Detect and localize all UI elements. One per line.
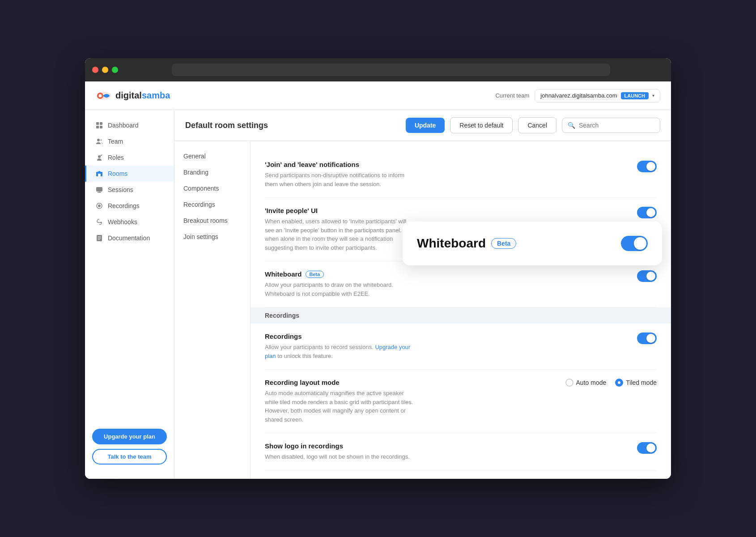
- url-bar[interactable]: [172, 64, 610, 76]
- sidebar-label-team: Team: [108, 138, 123, 145]
- sidebar-label-documentation: Documentation: [108, 234, 150, 242]
- sidebar-label-rooms: Rooms: [108, 170, 127, 177]
- floating-beta-badge: Beta: [491, 238, 516, 249]
- update-button[interactable]: Update: [406, 118, 445, 133]
- floating-toggle-thumb: [634, 237, 646, 250]
- setting-recordings-toggle: Recordings Allow your participants to re…: [265, 324, 657, 370]
- sidebar-item-webhooks[interactable]: Webhooks: [85, 214, 174, 230]
- page-toolbar: Default room settings Update Reset to de…: [174, 110, 671, 141]
- svg-rect-12: [96, 187, 102, 192]
- upgrade-plan-button[interactable]: Upgarde your plan: [92, 429, 167, 444]
- radio-label-auto: Auto mode: [576, 379, 607, 386]
- subnav-breakout-rooms[interactable]: Breakout rooms: [174, 213, 250, 229]
- subnav-components[interactable]: Components: [174, 180, 250, 196]
- minimize-button[interactable]: [102, 67, 108, 73]
- svg-point-2: [99, 94, 102, 97]
- header-right: Current team johnalvarez.digitalsamba.co…: [495, 89, 660, 102]
- setting-title-invite-ui: 'Invite people' UI: [265, 207, 626, 214]
- sidebar-item-dashboard[interactable]: Dashboard: [85, 117, 174, 133]
- team-selector[interactable]: johnalvarez.digitalsamba.com LAUNCH ▾: [535, 89, 660, 102]
- sidebar-label-webhooks: Webhooks: [108, 218, 137, 226]
- radio-circle-auto: [565, 379, 573, 387]
- toggle-recordings[interactable]: [637, 332, 657, 344]
- titlebar: [85, 58, 671, 81]
- toggle-whiteboard[interactable]: [637, 270, 657, 282]
- search-box[interactable]: 🔍: [562, 118, 660, 133]
- subnav-join-settings[interactable]: Join settings: [174, 229, 250, 245]
- documentation-icon: [95, 234, 103, 242]
- svg-rect-5: [96, 126, 99, 128]
- setting-title-show-logo: Show logo in recordings: [265, 442, 626, 450]
- subnav-branding[interactable]: Branding: [174, 164, 250, 180]
- setting-info-whiteboard: Whiteboard Beta Allow your participants …: [265, 270, 626, 298]
- toggle-thumb-show-logo: [646, 443, 655, 452]
- search-input[interactable]: [579, 122, 654, 129]
- subnav-recordings[interactable]: Recordings: [174, 196, 250, 213]
- toggle-thumb-join-leave: [646, 162, 655, 171]
- toggle-show-logo[interactable]: [637, 442, 657, 454]
- sidebar-bottom: Upgarde your plan Talk to the team: [85, 422, 174, 472]
- setting-whiteboard: Whiteboard Beta Allow your participants …: [265, 261, 657, 307]
- svg-rect-4: [100, 122, 102, 125]
- setting-info-recording-layout: Recording layout mode Auto mode automati…: [265, 379, 555, 424]
- floating-card-title: Whiteboard Beta: [417, 236, 516, 251]
- sidebar-item-sessions[interactable]: Sessions: [85, 182, 174, 198]
- app-window: digitalsamba Current team johnalvarez.di…: [85, 58, 671, 479]
- content-area: Default room settings Update Reset to de…: [174, 110, 671, 479]
- radio-label-tiled: Tiled mode: [626, 379, 657, 386]
- settings-panel: 'Join' and 'leave' notifications Send pa…: [251, 141, 671, 479]
- svg-point-8: [100, 139, 102, 141]
- webhooks-icon: [95, 218, 103, 226]
- recordings-section-header: Recordings: [251, 307, 671, 324]
- sidebar-label-recordings: Recordings: [108, 202, 140, 209]
- setting-title-whiteboard: Whiteboard Beta: [265, 270, 626, 278]
- setting-recording-layout: Recording layout mode Auto mode automati…: [265, 370, 657, 433]
- main-layout: Dashboard Team Roles: [85, 110, 671, 479]
- traffic-lights: [92, 67, 118, 73]
- logo-samba-part: samba: [142, 90, 170, 100]
- logo-icon: [96, 91, 112, 101]
- toggle-invite-ui[interactable]: [637, 207, 657, 218]
- toggle-thumb-recordings: [646, 334, 655, 343]
- subnav-general[interactable]: General: [174, 148, 250, 164]
- close-button[interactable]: [92, 67, 98, 73]
- sidebar-item-documentation[interactable]: Documentation: [85, 230, 174, 246]
- sidebar-item-team[interactable]: Team: [85, 133, 174, 149]
- sidebar-item-recordings[interactable]: Recordings: [85, 198, 174, 214]
- talk-to-team-button[interactable]: Talk to the team: [92, 449, 167, 465]
- setting-join-leave: 'Join' and 'leave' notifications Send pa…: [265, 152, 657, 198]
- setting-desc-recording-layout: Auto mode automatically magnifies the ac…: [265, 389, 417, 424]
- team-email: johnalvarez.digitalsamba.com: [540, 92, 617, 99]
- floating-toggle[interactable]: [621, 236, 648, 251]
- page-title: Default room settings: [185, 121, 268, 130]
- cancel-button[interactable]: Cancel: [518, 117, 556, 133]
- radio-tiled-mode[interactable]: Tiled mode: [615, 379, 657, 387]
- setting-info-show-logo: Show logo in recordings When disabled, l…: [265, 442, 626, 461]
- setting-desc-join-leave: Send participants non-disruptive notific…: [265, 171, 417, 188]
- sidebar: Dashboard Team Roles: [85, 110, 174, 479]
- reset-to-default-button[interactable]: Reset to default: [450, 117, 513, 133]
- chevron-down-icon: ▾: [652, 93, 654, 98]
- app-container: digitalsamba Current team johnalvarez.di…: [85, 81, 671, 479]
- maximize-button[interactable]: [112, 67, 118, 73]
- sidebar-label-dashboard: Dashboard: [108, 122, 139, 129]
- sidebar-item-roles[interactable]: Roles: [85, 149, 174, 166]
- svg-point-14: [98, 205, 101, 207]
- sidebar-label-sessions: Sessions: [108, 186, 133, 193]
- toggle-thumb-whiteboard: [646, 272, 655, 281]
- sidebar-label-roles: Roles: [108, 154, 124, 161]
- settings-subnav: General Branding Components Recordings B…: [174, 141, 251, 479]
- toggle-join-leave[interactable]: [637, 161, 657, 172]
- whiteboard-floating-card: Whiteboard Beta: [403, 222, 662, 265]
- team-icon: [95, 137, 103, 145]
- setting-info-join-leave: 'Join' and 'leave' notifications Send pa…: [265, 161, 626, 188]
- radio-circle-tiled: [615, 379, 623, 387]
- svg-rect-3: [96, 122, 99, 125]
- recordings-icon: [95, 202, 103, 210]
- sidebar-item-rooms[interactable]: Rooms: [85, 166, 174, 182]
- radio-auto-mode[interactable]: Auto mode: [565, 379, 607, 387]
- panels: General Branding Components Recordings B…: [174, 141, 671, 479]
- setting-title-join-leave: 'Join' and 'leave' notifications: [265, 161, 626, 168]
- setting-desc-whiteboard: Allow your participants to draw on the w…: [265, 281, 417, 298]
- radio-group-layout: Auto mode Tiled mode: [565, 379, 657, 387]
